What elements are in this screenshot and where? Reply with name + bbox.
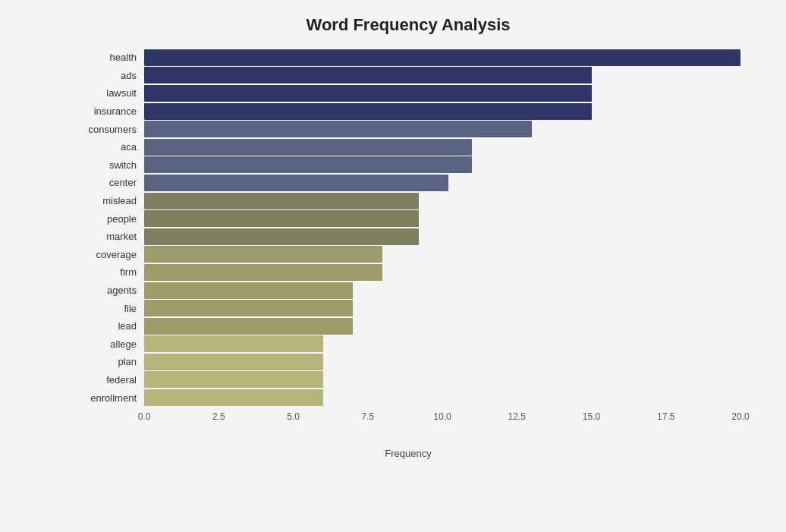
bar-track-ads [144,67,740,83]
bar-track-allege [144,335,740,352]
bar-row: market [76,228,740,246]
bar-row: center [76,174,740,192]
x-tick: 17.5 [657,411,674,422]
bar-fill-federal [144,371,323,388]
x-axis: 0.02.55.07.510.012.515.017.520.0 [144,411,740,427]
bar-row: coverage [76,246,740,264]
bar-row: consumers [76,120,740,138]
bar-label-coverage: coverage [76,249,144,260]
bar-row: agents [76,282,740,300]
bars-section: health ads lawsuit insurance consumers a… [76,49,740,407]
bar-row: lead [76,317,740,335]
bar-row: enrollment [76,389,740,407]
bar-row: federal [76,371,740,389]
bar-row: switch [76,156,740,175]
bar-label-file: file [76,303,144,314]
bar-track-firm [144,264,740,281]
bar-row: plan [76,353,740,371]
bar-row: ads [76,67,740,85]
bar-track-aca [144,139,740,156]
bar-label-lawsuit: lawsuit [76,87,144,99]
bar-label-lead: lead [76,320,144,332]
bar-row: people [76,209,740,228]
chart-area: health ads lawsuit insurance consumers a… [76,49,740,459]
x-tick: 7.5 [361,411,374,422]
bar-label-allege: allege [76,338,144,350]
bar-track-federal [144,371,740,388]
bar-fill-lead [144,318,353,335]
bar-row: lawsuit [76,84,740,102]
bar-row: allege [76,335,740,354]
bar-row: health [76,49,740,67]
bar-track-switch [144,156,740,173]
x-tick: 12.5 [508,411,526,422]
bar-label-plan: plan [76,356,144,367]
bar-fill-health [144,49,740,66]
bar-track-health [144,49,740,66]
chart-title: Word Frequency Analysis [76,15,740,35]
x-tick: 20.0 [731,411,749,422]
bar-fill-insurance [144,103,592,120]
chart-container: Word Frequency Analysis health ads lawsu… [0,0,786,532]
bar-fill-ads [144,67,592,83]
bar-track-lead [144,318,740,335]
x-tick: 15.0 [583,411,600,422]
bar-label-consumers: consumers [76,124,144,135]
bar-track-mislead [144,193,740,209]
x-axis-label: Frequency [76,448,740,459]
bar-label-enrollment: enrollment [76,392,144,404]
bar-fill-people [144,210,419,227]
bar-label-aca: aca [76,141,144,153]
bar-track-agents [144,282,740,299]
bar-track-market [144,228,740,245]
x-tick: 0.0 [138,411,151,422]
bar-track-insurance [144,103,740,120]
bar-track-consumers [144,121,740,137]
bar-track-people [144,210,740,227]
bar-fill-aca [144,139,472,156]
bar-row: mislead [76,192,740,210]
bar-row: file [76,299,740,317]
bar-track-lawsuit [144,85,740,102]
x-tick: 10.0 [433,411,451,422]
x-tick: 5.0 [287,411,300,422]
bar-label-agents: agents [76,285,144,296]
bar-label-center: center [76,177,144,188]
bar-fill-enrollment [144,389,323,406]
bar-row: aca [76,138,740,156]
bar-fill-plan [144,354,323,370]
bar-fill-consumers [144,121,532,137]
bar-label-mislead: mislead [76,195,144,206]
bar-fill-agents [144,282,353,299]
bar-label-people: people [76,213,144,225]
bar-track-coverage [144,246,740,263]
bar-fill-allege [144,335,323,352]
bar-label-firm: firm [76,266,144,278]
bar-track-file [144,300,740,316]
bar-label-insurance: insurance [76,105,144,117]
bar-row: firm [76,263,740,282]
bar-fill-firm [144,264,382,281]
bar-label-market: market [76,231,144,242]
bar-track-enrollment [144,389,740,406]
x-tick: 2.5 [212,411,225,422]
bar-fill-center [144,175,448,191]
bar-fill-lawsuit [144,85,592,102]
bar-label-ads: ads [76,70,144,81]
bar-track-center [144,175,740,191]
bar-fill-file [144,300,353,316]
bar-fill-coverage [144,246,382,263]
bar-fill-switch [144,156,472,173]
bar-track-plan [144,354,740,370]
bar-fill-market [144,228,419,245]
bar-fill-mislead [144,193,419,209]
bar-label-federal: federal [76,374,144,386]
bar-row: insurance [76,102,740,121]
bar-label-switch: switch [76,159,144,171]
bar-label-health: health [76,52,144,63]
